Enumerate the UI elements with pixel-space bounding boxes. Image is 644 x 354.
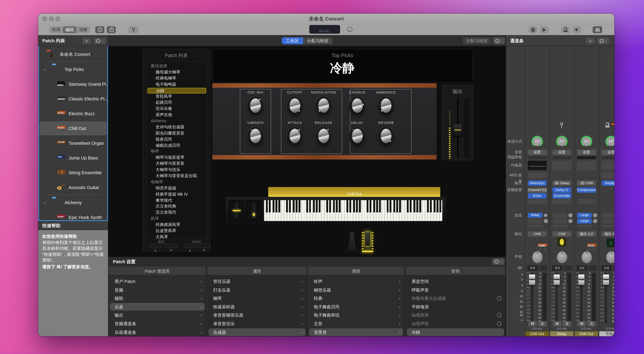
settings-item-乐器[interactable]: 乐器› — [109, 303, 206, 311]
audio-effect-empty-slot[interactable] — [577, 199, 596, 204]
output-button[interactable]: 输出 1-2 — [602, 231, 614, 237]
download-icon[interactable]: ↓ — [497, 321, 502, 326]
knob-attack[interactable] — [287, 127, 303, 146]
knob-modulation[interactable] — [316, 96, 332, 115]
sidebar-item-alchemy[interactable]: ⌄Alchemy — [38, 195, 108, 210]
send-slot[interactable]: Large — [577, 218, 592, 223]
piano-keys[interactable] — [264, 200, 442, 221]
strip-name-tab[interactable]: Chill Out — [525, 332, 549, 336]
sidebar-item-classic-electric-pi-[interactable]: Classic Electric Pi… — [38, 91, 108, 106]
audio-effect-delay-d[interactable]: Delay D — [552, 187, 572, 193]
channel-strips-menu-button[interactable]: ••• ⌄ — [597, 38, 610, 44]
tab-分配与映射[interactable]: 分配与映射 — [303, 37, 333, 44]
browser-patch-沃立舍现代[interactable]: 沃立舍现代 — [146, 210, 207, 216]
sidebar-item-acoustic-guitar[interactable]: Acoustic Guitar — [38, 180, 108, 195]
knob-reverb[interactable] — [378, 127, 394, 146]
output-button[interactable]: 输出 1-2 — [577, 231, 596, 237]
tab-工作区[interactable]: 工作区 — [282, 37, 303, 44]
settings-item-屏息空间[interactable]: 屏息空间 — [406, 277, 505, 286]
fader-handle[interactable] — [578, 274, 584, 285]
add-patch-button[interactable]: + — [82, 38, 91, 44]
audio-effect-compressor[interactable]: Compressor — [577, 187, 596, 193]
eq-thumbnail[interactable] — [552, 161, 572, 170]
browser-patch-比波普风琴[interactable]: 比波普风琴 — [146, 228, 207, 234]
knob-release[interactable] — [316, 127, 332, 146]
set-down-button[interactable] — [165, 243, 177, 248]
settings-item-铜管乐器[interactable]: 铜管乐器› — [308, 286, 404, 294]
pan-knob[interactable] — [606, 251, 614, 263]
settings-item-辅助[interactable]: 辅助› — [109, 294, 206, 302]
send-knob[interactable] — [568, 213, 573, 217]
browser-patch-起跳贝司[interactable]: 起跳贝司 — [146, 100, 207, 106]
output-button[interactable]: Chill — [528, 231, 547, 237]
knob-chorus[interactable] — [349, 96, 366, 115]
browser-patch-冷静[interactable]: 冷静 — [148, 88, 206, 94]
audio-effect-empty-slot[interactable] — [528, 199, 547, 204]
channel-strips-toggle[interactable] — [593, 26, 602, 33]
send-slot[interactable] — [552, 218, 567, 223]
sustain-pedal[interactable] — [348, 232, 356, 251]
fader-handle[interactable] — [529, 274, 535, 285]
browser-patch-经典手提箱-mk-iv[interactable]: 经典手提箱 Mk IV — [146, 191, 207, 197]
browser-patch-史诗勾状合成器[interactable]: 史诗勾状合成器 — [146, 124, 207, 130]
mute-button[interactable]: M — [578, 321, 586, 326]
audio-effect-echo[interactable]: Echo — [528, 193, 547, 198]
settings-item-打击乐器[interactable]: 打击乐器› — [208, 286, 307, 294]
send-slot[interactable]: Large — [577, 213, 592, 218]
eq-thumbnail[interactable] — [602, 161, 614, 170]
settings-item-背景音[interactable]: 背景音› — [308, 328, 404, 336]
audio-effect-ensemble[interactable]: Ensemble — [552, 193, 572, 198]
solo-button[interactable]: S — [538, 321, 547, 326]
strip-name-tab[interactable]: Chill Out — [574, 332, 598, 336]
patch-settings-menu-button[interactable]: ••• ⌄ — [492, 258, 504, 265]
settings-item-录音室铜管乐器[interactable]: 录音室铜管乐器› — [208, 311, 307, 319]
knob-vibrato[interactable] — [247, 127, 264, 146]
browser-patch-音轮风琴[interactable]: 音轮风琴 — [146, 94, 207, 100]
play-button[interactable] — [540, 26, 549, 33]
output-button[interactable]: Chill — [552, 231, 572, 237]
chevron-down-icon[interactable]: ⌄ — [43, 66, 46, 71]
assign-map-button[interactable]: 分配与映射 — [463, 37, 491, 44]
settings-item-乐器通道条[interactable]: 乐器通道条› — [109, 328, 206, 336]
settings-item-快速采样器[interactable]: 快速采样器› — [208, 303, 307, 311]
send-knob[interactable] — [544, 213, 548, 217]
settings-item-用户-patch[interactable]: 用户 Patch› — [109, 277, 206, 286]
settings-item-合成器[interactable]: 合成器› — [208, 328, 307, 336]
pan-knob[interactable] — [582, 251, 592, 263]
sidebar-item-top-picks[interactable]: ⌄Top Picks — [38, 62, 108, 77]
strip-settings-button[interactable]: 设置 — [602, 150, 614, 155]
tuner-button[interactable] — [128, 26, 138, 33]
browser-patch-原声吉他[interactable]: 原声吉他 — [146, 112, 207, 118]
send-slot[interactable]: Delay — [528, 213, 542, 218]
midi-effect-slot[interactable] — [602, 172, 614, 178]
send-knob[interactable] — [544, 219, 548, 223]
solo-button[interactable]: S — [563, 321, 571, 326]
mute-button[interactable]: M — [553, 321, 561, 326]
audio-effect-empty-slot[interactable] — [552, 199, 572, 204]
send-knob[interactable] — [568, 219, 573, 223]
patch-down-button[interactable] — [198, 243, 210, 248]
fader-handle[interactable] — [603, 274, 609, 285]
pan-knob[interactable] — [532, 251, 542, 263]
sidebar-item-tonewheel-organ[interactable]: Tonewheel Organ — [38, 136, 108, 151]
info-button[interactable]: i — [95, 26, 104, 33]
metronome-button[interactable] — [561, 26, 570, 33]
settings-item-呼吸声音[interactable]: 呼吸声音 — [406, 286, 505, 294]
browser-patch-明亮手提箱[interactable]: 明亮手提箱 — [146, 185, 207, 191]
record-button[interactable] — [528, 26, 537, 33]
browser-patch-奢华现代[interactable]: 奢华现代 — [146, 197, 207, 203]
mode-布局[interactable]: 布局 — [49, 26, 63, 33]
knob-ambience[interactable] — [378, 96, 394, 115]
input-button[interactable]: Delay — [552, 180, 572, 186]
browser-patch-催眠合成贝司[interactable]: 催眠合成贝司 — [146, 143, 207, 149]
input-button[interactable]: RetroSyn — [528, 180, 547, 186]
settings-item-仙境声音[interactable]: 仙境声音↓ — [406, 320, 505, 328]
browser-patch-电子嗡鸣器[interactable]: 电子嗡鸣器 — [146, 81, 207, 88]
sidebar-item-epic-hook-synth[interactable]: Epic Hook Synth — [38, 210, 108, 221]
settings-item-输出[interactable]: 输出› — [109, 311, 206, 319]
browser-patch-怪兽贝司[interactable]: 怪兽贝司 — [146, 136, 207, 143]
browser-patch-经典电钢琴[interactable]: 经典电钢琴 — [146, 75, 207, 81]
expression-knob[interactable]: 127 — [532, 136, 543, 147]
download-icon[interactable]: ↓ — [497, 296, 502, 301]
settings-item-电子舞曲贝司[interactable]: 电子舞曲贝司› — [308, 303, 404, 311]
